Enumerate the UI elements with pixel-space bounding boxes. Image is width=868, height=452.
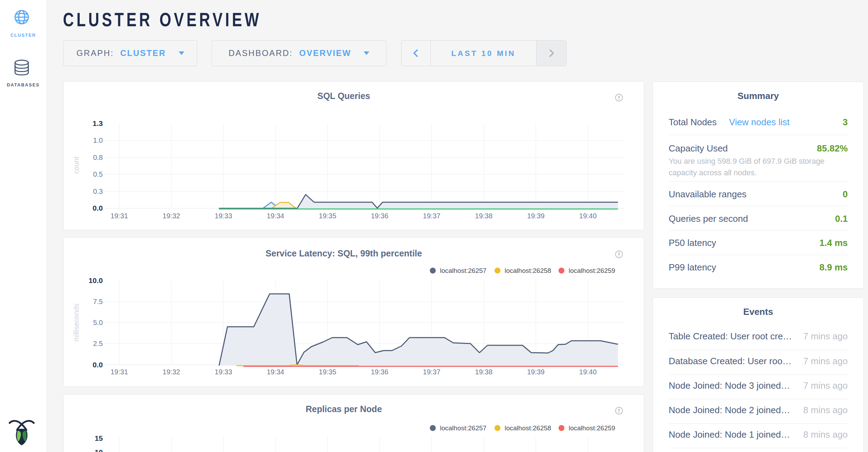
svg-text:19:31: 19:31 [111, 212, 128, 220]
svg-text:19:38: 19:38 [475, 368, 492, 376]
svg-text:0.0: 0.0 [93, 204, 103, 212]
svg-text:milliseconds: milliseconds [72, 304, 80, 342]
svg-text:10: 10 [95, 448, 103, 452]
svg-text:1.0: 1.0 [93, 136, 103, 144]
svg-text:19:40: 19:40 [579, 368, 597, 376]
svg-text:0.3: 0.3 [93, 188, 103, 195]
svg-text:19:33: 19:33 [215, 212, 232, 220]
svg-text:5.0: 5.0 [93, 319, 103, 326]
svg-text:19:36: 19:36 [371, 212, 388, 220]
svg-text:0.5: 0.5 [93, 170, 103, 178]
svg-text:19:34: 19:34 [267, 368, 284, 376]
svg-text:19:35: 19:35 [319, 368, 336, 376]
svg-text:19:32: 19:32 [163, 368, 180, 376]
svg-text:19:33: 19:33 [215, 368, 232, 376]
svg-text:19:34: 19:34 [267, 212, 284, 220]
svg-text:LAST 10 MIN: LAST 10 MIN [451, 49, 516, 58]
svg-text:19:32: 19:32 [163, 212, 180, 220]
svg-text:19:37: 19:37 [423, 212, 440, 220]
svg-text:1.3: 1.3 [93, 119, 103, 127]
svg-text:7.5: 7.5 [93, 298, 103, 305]
svg-text:19:31: 19:31 [111, 368, 128, 376]
svg-text:19:35: 19:35 [319, 212, 336, 220]
svg-text:15: 15 [95, 434, 103, 442]
svg-text:19:36: 19:36 [371, 368, 388, 376]
svg-text:count: count [72, 156, 80, 174]
svg-text:19:37: 19:37 [423, 368, 440, 376]
svg-text:19:38: 19:38 [475, 212, 492, 220]
svg-text:10.0: 10.0 [88, 276, 103, 284]
svg-text:0.8: 0.8 [93, 154, 103, 161]
svg-text:19:40: 19:40 [579, 212, 597, 220]
svg-text:19:39: 19:39 [527, 212, 545, 220]
svg-text:19:39: 19:39 [527, 368, 545, 376]
svg-text:2.5: 2.5 [93, 340, 103, 347]
svg-text:0.0: 0.0 [93, 361, 103, 369]
